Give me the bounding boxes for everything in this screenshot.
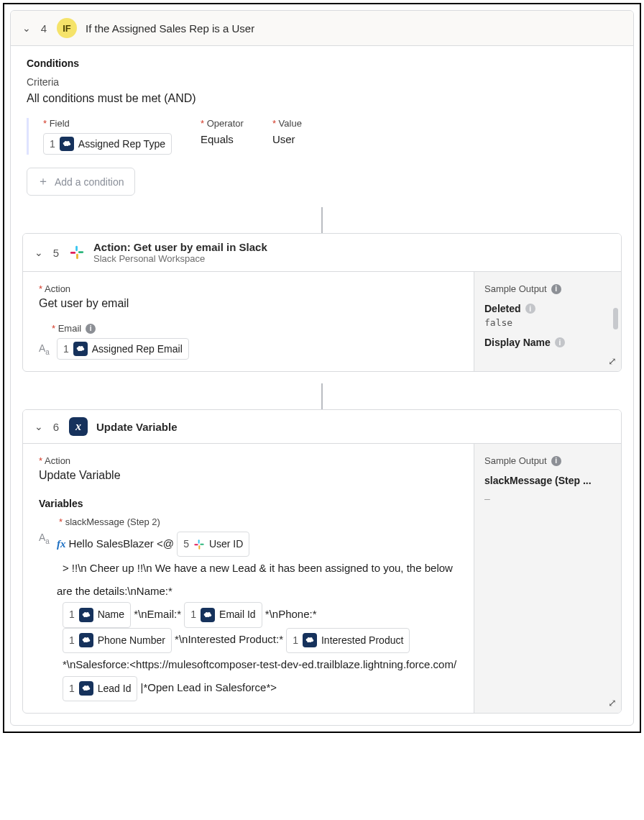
output-key-deleted: Deleted <box>484 303 521 314</box>
output-val-deleted: false <box>484 317 611 328</box>
chip-product[interactable]: 1 Interested Product <box>286 628 410 653</box>
step-5-header[interactable]: ⌄ 5 Action: Get user by email in Slack S… <box>23 234 621 272</box>
formula-icon: fx <box>57 538 66 550</box>
step-5-body: Action Get user by email Email i Aa 1 <box>23 272 621 371</box>
output-key-displayname: Display Name <box>484 337 551 348</box>
sample-output-label: Sample Output <box>484 283 547 294</box>
step-6-header[interactable]: ⌄ 6 x Update Variable <box>23 410 621 444</box>
chip-phone[interactable]: 1 Phone Number <box>63 628 172 653</box>
plus-icon: ＋ <box>37 174 49 189</box>
step-6-body: Action Update Variable Variables slackMe… <box>23 444 621 713</box>
step-5-card: ⌄ 5 Action: Get user by email in Slack S… <box>22 233 622 372</box>
step-5-title: Action: Get user by email in Slack <box>93 241 267 253</box>
connector-line <box>321 383 323 409</box>
if-badge: IF <box>57 18 77 38</box>
collapse-icon[interactable]: ⌄ <box>22 22 31 34</box>
step-4-body: Conditions Criteria All conditions must … <box>11 46 633 207</box>
salesforce-icon <box>73 342 88 356</box>
condition-row-1: Field 1 Assigned Rep Type Operator Equal… <box>27 118 617 155</box>
connector-line <box>321 207 323 233</box>
email-pill[interactable]: 1 Assigned Rep Email <box>57 338 189 360</box>
value-value[interactable]: User <box>272 133 302 145</box>
expand-icon[interactable]: ⤢ <box>608 697 617 709</box>
chip-name[interactable]: 1 Name <box>63 602 131 627</box>
expand-icon[interactable]: ⤢ <box>608 355 617 367</box>
salesforce-icon <box>79 681 93 696</box>
text-type-icon: Aa <box>39 342 50 356</box>
text-type-icon: Aa <box>39 532 50 545</box>
step-number: 5 <box>52 247 60 259</box>
salesforce-icon <box>201 608 215 622</box>
salesforce-icon <box>60 137 74 151</box>
salesforce-icon <box>303 633 317 647</box>
svg-rect-5 <box>200 543 203 545</box>
svg-rect-0 <box>75 246 78 251</box>
operator-value[interactable]: Equals <box>201 133 244 145</box>
svg-rect-4 <box>198 539 200 543</box>
step-6-card: ⌄ 6 x Update Variable Action Update Vari… <box>22 409 622 714</box>
svg-rect-2 <box>76 254 78 259</box>
condition-logic: All conditions must be met (AND) <box>27 92 617 105</box>
sample-output-panel: Sample Output i slackMessage (Step ... _… <box>474 444 621 713</box>
step-4-card: ⌄ 4 IF If the Assigned Sales Rep is a Us… <box>10 10 634 726</box>
slack-icon <box>69 245 85 260</box>
action-label: Action <box>39 283 458 294</box>
chip-lead-id[interactable]: 1 Lead Id <box>63 676 138 701</box>
criteria-label: Criteria <box>27 76 617 88</box>
salesforce-icon <box>79 633 93 647</box>
svg-rect-7 <box>194 544 198 545</box>
salesforce-icon <box>79 608 93 622</box>
info-icon[interactable]: i <box>551 456 561 466</box>
add-condition-button[interactable]: ＋ Add a condition <box>27 168 135 196</box>
step-4-header[interactable]: ⌄ 4 IF If the Assigned Sales Rep is a Us… <box>11 11 633 46</box>
step-number: 4 <box>40 22 48 35</box>
sample-output-panel: Sample Output i Deleted i false Display … <box>474 272 621 371</box>
flow-canvas: ⌄ 4 IF If the Assigned Sales Rep is a Us… <box>3 3 641 733</box>
variable-icon: x <box>69 417 88 436</box>
info-icon[interactable]: i <box>86 324 96 334</box>
step-4-title: If the Assigned Sales Rep is a User <box>86 22 254 35</box>
action-label: Action <box>39 455 458 466</box>
sample-output-label: Sample Output <box>484 455 547 466</box>
svg-rect-1 <box>78 251 83 253</box>
svg-rect-3 <box>70 252 75 254</box>
slack-icon <box>193 539 205 550</box>
action-value[interactable]: Get user by email <box>39 297 458 310</box>
step-number: 6 <box>52 421 60 433</box>
action-value[interactable]: Update Variable <box>39 469 458 482</box>
conditions-label: Conditions <box>27 58 617 69</box>
output-key-slackmessage: slackMessage (Step ... <box>484 475 592 486</box>
formula-editor[interactable]: Aa fxHello SalesBlazer <@ 5 <box>39 532 458 701</box>
scrollbar[interactable] <box>613 308 618 329</box>
email-label: Email <box>52 323 81 334</box>
info-icon[interactable]: i <box>525 304 535 314</box>
operator-label: Operator <box>201 118 244 129</box>
info-icon[interactable]: i <box>555 337 565 347</box>
value-label: Value <box>272 118 302 129</box>
slackmessage-label: slackMessage (Step 2) <box>39 516 458 527</box>
chip-email[interactable]: 1 Email Id <box>184 602 262 627</box>
collapse-icon[interactable]: ⌄ <box>34 247 43 258</box>
field-label: Field <box>43 118 172 129</box>
output-val-slackmessage: _ <box>484 489 611 500</box>
field-value-pill[interactable]: 1 Assigned Rep Type <box>43 133 172 155</box>
info-icon[interactable]: i <box>551 284 561 294</box>
svg-rect-6 <box>198 545 200 549</box>
chip-user-id[interactable]: 5 User ID <box>177 532 249 557</box>
step-6-title: Update Variable <box>96 421 178 433</box>
variables-label: Variables <box>39 498 458 509</box>
collapse-icon[interactable]: ⌄ <box>34 421 43 432</box>
step-5-subtitle: Slack Personal Workspace <box>93 253 267 264</box>
